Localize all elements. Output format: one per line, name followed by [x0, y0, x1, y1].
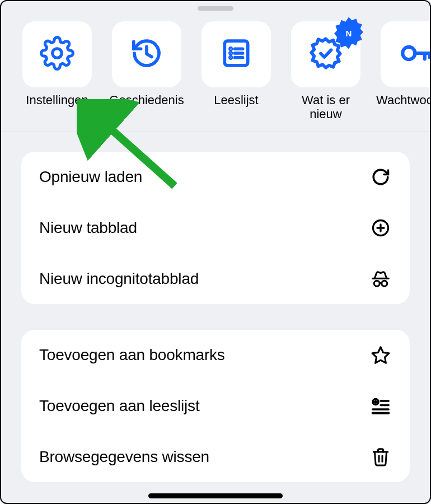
svg-marker-18	[372, 347, 389, 363]
shortcut-history-label: Geschiedenis	[107, 93, 186, 107]
menu-item-reload-label: Opnieuw laden	[39, 168, 142, 186]
menu-item-new-tab-label: Nieuw tabblad	[39, 219, 137, 237]
svg-point-4	[230, 53, 232, 54]
menu-item-add-bookmark-label: Toevoegen aan bookmarks	[39, 346, 225, 364]
whats-new-badge: N	[331, 16, 366, 50]
menu-item-add-reading-list[interactable]: Toevoegen aan leeslijst	[21, 380, 410, 431]
action-sheet: Instellingen Geschiedenis	[0, 0, 431, 504]
shortcut-password-manager-tile	[381, 21, 430, 87]
gear-icon	[40, 36, 74, 73]
shortcut-history[interactable]: Geschiedenis	[110, 21, 184, 122]
incognito-icon	[369, 268, 392, 290]
history-icon	[129, 36, 164, 73]
menu-item-new-tab[interactable]: Nieuw tabblad	[21, 202, 410, 253]
menu-group-2: Toevoegen aan bookmarks Toevoegen aan le…	[21, 330, 410, 482]
menu-item-clear-data-label: Browsegegevens wissen	[39, 448, 209, 466]
shortcut-reading-list-label: Leeslijst	[197, 93, 275, 107]
svg-point-17	[382, 281, 387, 286]
menu-item-reload[interactable]: Opnieuw laden	[21, 152, 410, 202]
menu-group-1: Opnieuw laden Nieuw tabblad	[21, 152, 410, 304]
svg-point-2	[230, 48, 232, 50]
menu-item-incognito-tab[interactable]: Nieuw incognitotabblad	[21, 253, 410, 304]
shortcut-reading-list[interactable]: Leeslijst	[199, 21, 273, 122]
whats-new-badge-text: N	[346, 29, 352, 38]
svg-point-6	[230, 57, 232, 58]
trash-icon	[369, 446, 392, 468]
reading-list-icon	[219, 36, 254, 73]
shortcut-settings[interactable]: Instellingen	[20, 21, 94, 122]
reload-icon	[369, 166, 392, 188]
shortcut-password-manager-label: Wachtwoordmanag…	[376, 93, 430, 107]
sheet-grabber[interactable]	[198, 6, 233, 11]
menu-item-clear-data[interactable]: Browsegegevens wissen	[21, 431, 410, 482]
shortcut-whats-new[interactable]: N Wat is er nieuw	[289, 21, 363, 122]
shortcut-reading-list-tile	[202, 21, 271, 87]
key-icon	[398, 36, 430, 73]
menu-item-add-reading-list-label: Toevoegen aan leeslijst	[39, 397, 200, 415]
shortcut-settings-label: Instellingen	[18, 93, 96, 107]
home-indicator	[148, 493, 283, 498]
shortcuts-row: Instellingen Geschiedenis	[1, 1, 430, 132]
plus-circle-icon	[369, 217, 392, 239]
star-icon	[369, 344, 392, 366]
svg-point-8	[402, 47, 415, 59]
menu-item-add-bookmark[interactable]: Toevoegen aan bookmarks	[21, 330, 410, 380]
svg-point-16	[374, 281, 380, 286]
menu-item-incognito-tab-label: Nieuw incognitotabblad	[39, 270, 199, 288]
menu-area: Opnieuw laden Nieuw tabblad	[1, 132, 430, 482]
add-to-list-icon	[369, 395, 392, 417]
shortcut-history-tile	[112, 21, 181, 87]
shortcut-whats-new-tile: N	[291, 21, 360, 87]
svg-point-0	[53, 49, 62, 58]
shortcut-password-manager[interactable]: Wachtwoordmanag…	[378, 21, 430, 122]
shortcut-whats-new-label: Wat is er nieuw	[287, 93, 365, 122]
shortcut-settings-tile	[22, 21, 92, 87]
